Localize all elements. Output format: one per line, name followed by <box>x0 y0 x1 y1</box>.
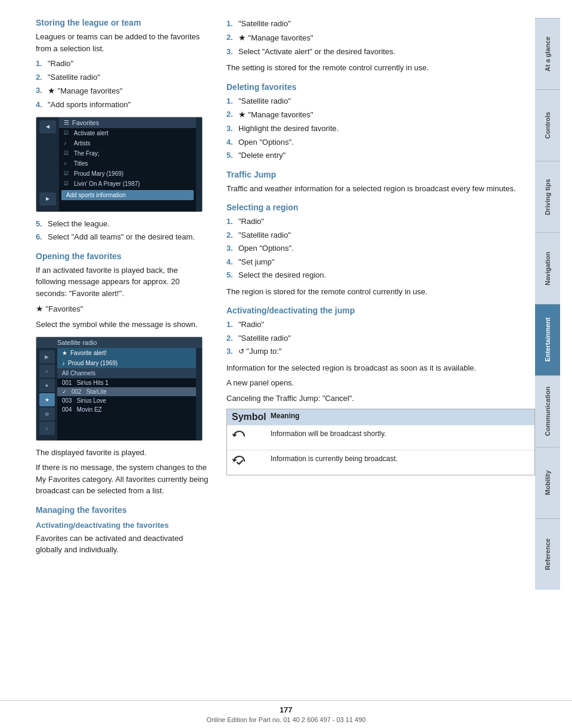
music-note-icon: ♪ <box>62 360 65 366</box>
deleting-steps: 1. "Satellite radio" 2. ★ "Manage favori… <box>226 95 535 161</box>
activating-steps: 1. "Satellite radio" 2. ★ "Manage favori… <box>226 18 535 57</box>
col-meaning-header: Meaning <box>271 412 300 422</box>
list-item: 4. "Set jump" <box>226 256 535 268</box>
sidebar-tab-at-a-glance[interactable]: At a glance <box>535 18 560 89</box>
section-heading-jump: Activating/deactivating the jump <box>226 306 535 315</box>
opening-icon-line: ★ "Favorites" <box>36 303 209 315</box>
list-item: 5. Select the league. <box>36 218 209 230</box>
star-icon3: ★ <box>62 350 67 356</box>
traffic-body: Traffic and weather information for a se… <box>226 183 535 195</box>
section-heading-storing: Storing the league or team <box>36 18 209 27</box>
list-item: 3. ★ "Manage favorites" <box>36 85 209 97</box>
selecting-note: The region is stored for the remote cont… <box>226 286 535 298</box>
satellite-screenshot: Satellite radio ▶ ♪ ● ★ ⊕ ♪ ★ Favorite a… <box>36 337 203 441</box>
list-item: 3. Open "Options". <box>226 242 535 254</box>
scr-menu-item: ♪ Titles <box>59 158 196 169</box>
sidebar-tab-communication[interactable]: Communication <box>535 375 560 447</box>
symbol-table: Symbol Meaning Information will be broad… <box>226 409 535 475</box>
left-icon3: ● <box>39 379 55 392</box>
storing-intro: Leagues or teams can be added to the fav… <box>36 31 209 54</box>
check-icon2: ☑ <box>64 150 71 156</box>
meaning-1: Information will be broadcast shortly. <box>271 429 530 439</box>
list-item: 6. Select "Add all teams" or the desired… <box>36 231 209 243</box>
managing-body: Favorites can be activated and deactivat… <box>36 533 209 556</box>
list-item: 2. "Satellite radio" <box>226 229 535 241</box>
jump-note1: Information for the selected region is b… <box>226 362 535 374</box>
sidebar-tabs: At a glance Controls Driving tips Naviga… <box>535 18 560 710</box>
scr-menu-item: ♪ Artists <box>59 138 196 148</box>
sat-scrollbar <box>196 348 202 440</box>
star-icon5: ★ <box>238 110 246 119</box>
list-item: 2. "Satellite radio" <box>36 71 209 83</box>
left-icon6: ♪ <box>39 422 55 435</box>
list-item: 2. ★ "Manage favorites" <box>226 108 535 121</box>
star-icon: ★ <box>48 86 55 95</box>
footer-text: Online Edition for Part no. 01 40 2 606 … <box>36 716 536 723</box>
favorite-alert: ★ Favorite alert! <box>57 348 196 358</box>
section-heading-traffic: Traffic Jump <box>226 170 535 179</box>
list-item: 4. "Add sports information" <box>36 99 209 111</box>
channel-item-2: ✓002StarLite <box>57 387 196 396</box>
list-item: 1. "Radio" <box>226 319 535 331</box>
meaning-2: Information is currently being broadcast… <box>271 454 530 464</box>
add-sports-button: Add sports information <box>61 190 194 200</box>
list-item: 1. "Satellite radio" <box>226 95 535 107</box>
list-item: 5. "Delete entry" <box>226 150 535 161</box>
col-symbol-header: Symbol <box>232 412 271 422</box>
channel-item-3: 003Sirius Love <box>57 396 196 405</box>
activating-note: The setting is stored for the remote con… <box>226 62 535 74</box>
channel-item-1: 001Sirius Hits 1 <box>57 378 196 387</box>
scr-menu-item: ☑ Activate alert <box>59 128 196 138</box>
sidebar-tab-mobility[interactable]: Mobility <box>535 447 560 518</box>
scr-nav-btn-2: ▶ <box>39 192 56 206</box>
scr-menu-item: ☑ The Fray; <box>59 148 196 158</box>
opening-body4: If there is no message, the system chang… <box>36 462 209 497</box>
sidebar-tab-reference[interactable]: Reference <box>535 518 560 590</box>
storing-steps-1: 1. "Radio" 2. "Satellite radio" 3. ★ "Ma… <box>36 58 209 111</box>
check-icon4: ☑ <box>64 181 71 186</box>
table-row-2: Information is currently being broadcast… <box>227 450 534 475</box>
jump-steps: 1. "Radio" 2. "Satellite radio" 3. ↺ "Ju… <box>226 319 535 357</box>
scr-titlebar: ☰ Favorites <box>59 117 196 128</box>
proud-mary: ♪ Proud Mary (1969) <box>57 358 196 368</box>
storing-steps-2: 5. Select the league. 6. Select "Add all… <box>36 218 209 243</box>
page-number: 177 <box>36 705 536 714</box>
check-icon3: ☑ <box>64 170 71 176</box>
section-heading-selecting: Selecting a region <box>226 203 535 212</box>
sidebar-tab-navigation[interactable]: Navigation <box>535 232 560 304</box>
sidebar-tab-entertainment[interactable]: Entertainment <box>535 304 560 375</box>
satellite-titlebar: Satellite radio <box>36 337 202 348</box>
subsection-heading-activating: Activating/deactivating the favorites <box>36 521 209 530</box>
all-channels-header: All Channels <box>57 368 196 378</box>
scr-left-nav: ◀ ▶ <box>36 117 59 211</box>
list-item: 3. Select "Activate alert" or the desire… <box>226 46 535 58</box>
left-icon-fav: ★ <box>39 393 55 406</box>
jump-note3: Canceling the Traffic Jump: "Cancel". <box>226 393 535 405</box>
opening-body3: The displayed favorite is played. <box>36 447 209 459</box>
star-icon2: ★ <box>36 304 43 313</box>
sidebar-tab-driving-tips[interactable]: Driving tips <box>535 161 560 232</box>
channel-item-4: 004Movin EZ <box>57 405 196 414</box>
section-heading-managing: Managing the favorites <box>36 505 209 515</box>
list-item: 3. Highlight the desired favorite. <box>226 123 535 135</box>
symbol-2 <box>232 454 271 471</box>
left-icon1: ▶ <box>39 350 55 363</box>
list-item: 1. "Radio" <box>226 216 535 228</box>
list-item: 1. "Radio" <box>36 58 209 70</box>
jump-icon: ↺ <box>238 347 244 356</box>
person-icon: ♪ <box>64 140 71 146</box>
music-icon: ♪ <box>64 160 71 166</box>
symbol-1 <box>232 429 271 446</box>
scr-left-icons: ▶ ♪ ● ★ ⊕ ♪ <box>36 348 57 440</box>
list-item: 2. ★ "Manage favorites" <box>226 32 535 44</box>
check-icon: ☑ <box>64 130 71 136</box>
menu-icon: ☰ <box>64 119 69 126</box>
sidebar-tab-controls[interactable]: Controls <box>535 89 560 161</box>
table-header: Symbol Meaning <box>227 409 534 425</box>
selecting-steps: 1. "Radio" 2. "Satellite radio" 3. Open … <box>226 216 535 281</box>
opening-body2: Select the symbol while the message is s… <box>36 319 209 331</box>
scr-menu-item: ☑ Livin' On A Prayer (1987) <box>59 179 196 189</box>
left-icon5: ⊕ <box>39 407 55 421</box>
list-item: 1. "Satellite radio" <box>226 18 535 30</box>
list-item: 4. Open "Options". <box>226 136 535 148</box>
